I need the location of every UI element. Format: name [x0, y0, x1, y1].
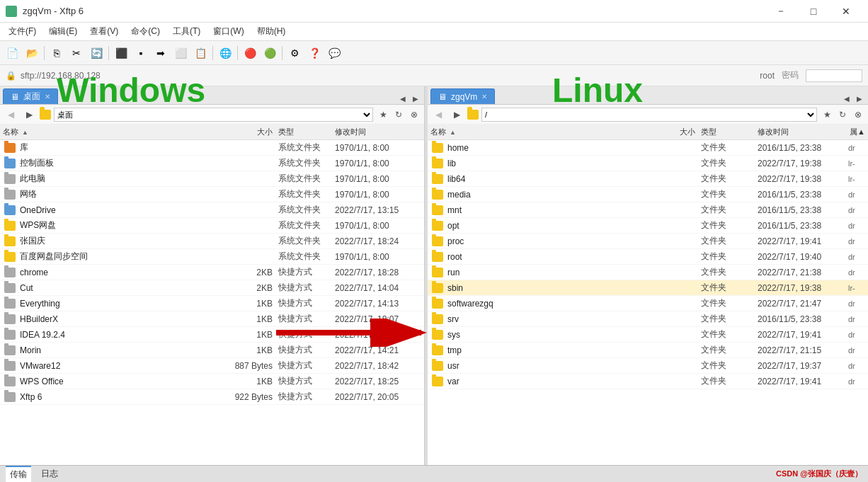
right-file-table[interactable]: 名称 ▲ 大小 类型 修改时间 属▲ home 文件夹 2016/11/5, 2…: [428, 125, 868, 465]
menu-window[interactable]: 窗口(W): [207, 24, 249, 39]
left-tab-desktop[interactable]: 🖥 桌面 ✕: [3, 88, 58, 104]
list-item[interactable]: HBuilderX 1KB 快捷方式 2022/7/17, 18:07: [0, 311, 424, 327]
left-col-name[interactable]: 名称 ▲: [0, 127, 226, 137]
toolbar-green[interactable]: 🟢: [261, 44, 279, 62]
left-tab-prev[interactable]: ◀: [397, 93, 409, 104]
list-item[interactable]: srv 文件夹 2016/11/5, 23:38 dr: [428, 311, 868, 327]
toolbar-msg[interactable]: 💬: [325, 44, 343, 62]
file-type: 文件夹: [698, 282, 755, 294]
list-item[interactable]: VMware12 887 Bytes 快捷方式 2022/7/17, 18:42: [0, 358, 424, 374]
minimize-button[interactable]: －: [765, 0, 797, 23]
left-tab-close[interactable]: ✕: [45, 93, 50, 101]
list-item[interactable]: OneDrive 系统文件夹 2022/7/17, 13:15: [0, 202, 424, 218]
menu-file[interactable]: 文件(F): [3, 24, 42, 39]
list-item[interactable]: softwarezgq 文件夹 2022/7/17, 21:47 dr: [428, 296, 868, 311]
left-refresh-btn[interactable]: ↻: [392, 108, 406, 122]
list-item[interactable]: mnt 文件夹 2016/11/5, 23:38 dr: [428, 202, 868, 218]
list-item[interactable]: usr 文件夹 2022/7/17, 19:37 dr: [428, 358, 868, 374]
menu-edit[interactable]: 编辑(E): [43, 24, 83, 39]
right-tab-close[interactable]: ✕: [481, 93, 487, 101]
file-perms: lr-: [847, 284, 868, 292]
left-col-mtime[interactable]: 修改时间: [332, 127, 424, 137]
list-item[interactable]: 百度网盘同步空间 系统文件夹 1970/1/1, 8:00: [0, 249, 424, 265]
left-tab-next[interactable]: ▶: [410, 93, 421, 104]
right-tab-zgqvm[interactable]: 🖥 zgqVm ✕: [430, 88, 495, 104]
left-forward-btn[interactable]: ▶: [21, 107, 37, 122]
toolbar-btn4[interactable]: ▪: [132, 44, 150, 62]
right-refresh-btn[interactable]: ↻: [835, 108, 850, 122]
list-item[interactable]: IDEA 19.2.4 1KB 快捷方式 2022/7/17, 18:08: [0, 327, 424, 343]
list-item[interactable]: media 文件夹 2016/11/5, 23:38 dr: [428, 187, 868, 202]
right-tab-prev[interactable]: ◀: [841, 93, 852, 104]
file-icon: [4, 236, 16, 246]
toolbar-transfer[interactable]: ➡: [152, 44, 170, 62]
toolbar-btn6[interactable]: 📋: [191, 44, 210, 62]
list-item[interactable]: opt 文件夹 2016/11/5, 23:38 dr: [428, 218, 868, 234]
right-col-perms[interactable]: 属▲: [847, 127, 868, 137]
list-item[interactable]: WPS网盘 系统文件夹 1970/1/1, 8:00: [0, 218, 424, 234]
right-col-mtime[interactable]: 修改时间: [755, 127, 847, 137]
file-name: sys: [446, 330, 646, 340]
list-item[interactable]: run 文件夹 2022/7/17, 21:38 dr: [428, 265, 868, 280]
toolbar-open[interactable]: 📂: [23, 44, 41, 62]
toolbar-cut[interactable]: ✂: [67, 44, 86, 62]
password-input[interactable]: [806, 69, 862, 82]
left-col-size[interactable]: 大小: [226, 127, 275, 137]
menu-view[interactable]: 查看(V): [84, 24, 124, 39]
left-back-btn[interactable]: ◀: [3, 107, 18, 122]
right-forward-btn[interactable]: ▶: [449, 107, 464, 122]
right-bookmark-btn[interactable]: ★: [820, 108, 834, 122]
list-item[interactable]: Morin 1KB 快捷方式 2022/7/17, 14:21: [0, 343, 424, 358]
list-item[interactable]: 控制面板 系统文件夹 1970/1/1, 8:00: [0, 156, 424, 171]
left-bookmark-btn[interactable]: ★: [376, 108, 390, 122]
right-back-btn[interactable]: ◀: [430, 107, 446, 122]
maximize-button[interactable]: □: [797, 0, 830, 23]
bottom-tab-log[interactable]: 日志: [37, 466, 62, 481]
list-item[interactable]: 库 系统文件夹 1970/1/1, 8:00: [0, 140, 424, 156]
menu-tools[interactable]: 工具(T): [167, 24, 206, 39]
list-item[interactable]: 此电脑 系统文件夹 1970/1/1, 8:00: [0, 171, 424, 187]
list-item[interactable]: home 文件夹 2016/11/5, 23:38 dr: [428, 140, 868, 156]
list-item[interactable]: sys 文件夹 2022/7/17, 19:41 dr: [428, 327, 868, 343]
bottom-tab-transfer[interactable]: 传输: [6, 466, 31, 482]
list-item[interactable]: Xftp 6 922 Bytes 快捷方式 2022/7/17, 20:05: [0, 389, 424, 405]
right-col-name[interactable]: 名称 ▲: [428, 127, 649, 137]
toolbar-btn5[interactable]: ⬜: [171, 44, 190, 62]
list-item[interactable]: root 文件夹 2022/7/17, 19:40 dr: [428, 249, 868, 265]
list-item[interactable]: 张国庆 系统文件夹 2022/7/17, 18:24: [0, 234, 424, 249]
toolbar-settings[interactable]: ⚙: [285, 44, 304, 62]
toolbar-refresh[interactable]: 🔄: [87, 44, 105, 62]
file-mtime: 2016/11/5, 23:38: [755, 314, 847, 324]
list-item[interactable]: Cut 2KB 快捷方式 2022/7/17, 14:04: [0, 280, 424, 296]
left-col-type[interactable]: 类型: [275, 127, 332, 137]
menu-help[interactable]: 帮助(H): [251, 24, 292, 39]
list-item[interactable]: lib 文件夹 2022/7/17, 19:38 lr-: [428, 156, 868, 171]
split-container: 🖥 桌面 ✕ ◀ ▶ ◀ ▶ 桌面 ★ ↻: [0, 86, 868, 465]
toolbar-copy[interactable]: ⎘: [47, 44, 66, 62]
list-item[interactable]: lib64 文件夹 2022/7/17, 19:38 lr-: [428, 171, 868, 187]
right-path-select[interactable]: /: [481, 108, 817, 122]
close-button[interactable]: ✕: [830, 0, 862, 23]
right-col-size[interactable]: 大小: [649, 127, 698, 137]
list-item[interactable]: WPS Office 1KB 快捷方式 2022/7/17, 18:25: [0, 374, 424, 389]
left-file-table[interactable]: 名称 ▲ 大小 类型 修改时间 库 系统文件夹 1970/1/1, 8:00 控…: [0, 125, 424, 465]
toolbar-globe[interactable]: 🌐: [216, 44, 234, 62]
list-item[interactable]: Everything 1KB 快捷方式 2022/7/17, 14:13: [0, 296, 424, 311]
list-item[interactable]: var 文件夹 2022/7/17, 19:41 dr: [428, 374, 868, 389]
menu-command[interactable]: 命令(C): [125, 24, 166, 39]
toolbar-help[interactable]: ❓: [305, 44, 324, 62]
list-item[interactable]: proc 文件夹 2022/7/17, 19:41 dr: [428, 234, 868, 249]
list-item[interactable]: sbin 文件夹 2022/7/17, 19:38 lr-: [428, 280, 868, 296]
file-size: 1KB: [226, 345, 275, 355]
list-item[interactable]: chrome 2KB 快捷方式 2022/7/17, 18:28: [0, 265, 424, 280]
right-tab-next[interactable]: ▶: [854, 93, 865, 104]
toolbar-red[interactable]: 🔴: [241, 44, 259, 62]
list-item[interactable]: tmp 文件夹 2022/7/17, 21:15 dr: [428, 343, 868, 358]
left-stop-btn[interactable]: ⊗: [407, 108, 421, 122]
right-stop-btn[interactable]: ⊗: [851, 108, 865, 122]
list-item[interactable]: 网络 系统文件夹 1970/1/1, 8:00: [0, 187, 424, 202]
toolbar-new[interactable]: 📄: [3, 44, 21, 62]
right-col-type[interactable]: 类型: [698, 127, 755, 137]
left-path-select[interactable]: 桌面: [54, 108, 373, 122]
toolbar-btn3[interactable]: ⬛: [112, 44, 130, 62]
